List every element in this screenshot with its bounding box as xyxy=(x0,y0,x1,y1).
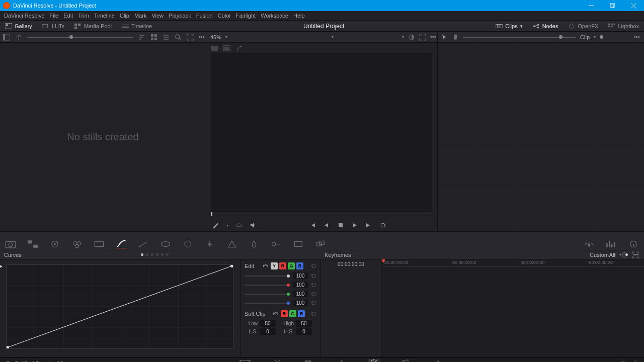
toggle-lightbox[interactable]: Lightbox xyxy=(603,21,644,31)
rgb-mixer-icon[interactable] xyxy=(71,240,83,248)
green-slider[interactable] xyxy=(245,294,290,295)
color-match-icon[interactable] xyxy=(27,240,38,248)
channel-r[interactable]: R xyxy=(279,262,286,269)
menu-file[interactable]: File xyxy=(50,13,59,19)
close-button[interactable] xyxy=(623,0,644,11)
magic-wand-icon[interactable] xyxy=(235,45,243,52)
lum-value[interactable]: 100 xyxy=(293,273,308,279)
sc-reset-icon[interactable] xyxy=(311,311,316,317)
play-reverse-icon[interactable] xyxy=(323,222,330,229)
settings-icon[interactable] xyxy=(632,360,639,362)
menu-clip[interactable]: Clip xyxy=(120,13,129,19)
motion-icon[interactable] xyxy=(94,240,105,248)
toggle-luts[interactable]: LUTs xyxy=(37,21,69,31)
viewer-canvas[interactable] xyxy=(211,53,432,212)
hand-icon[interactable] xyxy=(452,34,459,41)
channel-b[interactable]: B xyxy=(296,262,303,269)
3d-icon[interactable] xyxy=(315,240,326,248)
maximize-button[interactable] xyxy=(602,0,623,11)
sizing-icon[interactable] xyxy=(293,240,304,248)
menu-fusion[interactable]: Fusion xyxy=(196,13,213,19)
menu-color[interactable]: Color xyxy=(218,13,231,19)
fullscreen-icon[interactable] xyxy=(419,34,426,41)
menu-view[interactable]: View xyxy=(151,13,164,19)
reset-icon[interactable] xyxy=(311,291,316,297)
info-icon[interactable] xyxy=(628,240,639,248)
mute-icon[interactable] xyxy=(250,222,257,229)
page-cut[interactable] xyxy=(271,359,283,363)
toggle-openfx[interactable]: OpenFX xyxy=(563,21,603,31)
menu-help[interactable]: Help xyxy=(293,13,305,19)
red-value[interactable]: 100 xyxy=(293,282,308,288)
curves-editor[interactable] xyxy=(0,259,240,357)
stop-icon[interactable] xyxy=(337,222,344,229)
toggle-gallery[interactable]: Gallery xyxy=(0,21,37,31)
page-fusion[interactable] xyxy=(336,359,348,363)
node-zoom-slider[interactable] xyxy=(463,37,576,38)
menu-playback[interactable]: Playback xyxy=(169,13,191,19)
play-icon[interactable] xyxy=(351,222,358,229)
curves-page-dot[interactable] xyxy=(161,253,164,256)
wheels-icon[interactable] xyxy=(49,240,60,248)
viewer-mode2-icon[interactable] xyxy=(223,45,230,52)
blue-value[interactable]: 100 xyxy=(293,300,308,306)
grab-still-icon[interactable] xyxy=(15,34,22,41)
red-slider[interactable] xyxy=(245,285,290,286)
link-icon[interactable] xyxy=(272,310,279,317)
edit-reset-icon[interactable] xyxy=(311,263,316,269)
toggle-nodes[interactable]: Nodes xyxy=(528,21,564,31)
curves-page-dot[interactable] xyxy=(166,253,169,256)
magic-mask-icon[interactable] xyxy=(226,240,237,248)
first-frame-icon[interactable] xyxy=(309,222,316,229)
kf-timeline[interactable]: 00:00:00:00 00:00:00:00 00:00:00:00 00:0… xyxy=(381,259,644,357)
curves-page-dot[interactable] xyxy=(156,253,158,256)
menu-app[interactable]: DaVinci Resolve xyxy=(4,13,45,19)
image-wipe-icon[interactable] xyxy=(408,34,415,41)
page-media[interactable] xyxy=(239,359,251,363)
sort-icon[interactable] xyxy=(138,34,145,41)
kf-expand-icon[interactable] xyxy=(632,251,639,258)
list-icon[interactable] xyxy=(163,34,170,41)
curves-page-dot[interactable] xyxy=(151,253,153,256)
sc-channel-r[interactable]: R xyxy=(281,310,288,317)
menu-fairlight[interactable]: Fairlight xyxy=(236,13,256,19)
scopes-toggle-icon[interactable] xyxy=(584,240,595,248)
qualifier-icon[interactable] xyxy=(160,240,171,248)
search-icon[interactable] xyxy=(175,34,182,41)
split-screen-icon[interactable] xyxy=(235,222,243,229)
window-icon[interactable] xyxy=(182,240,193,248)
channel-g[interactable]: G xyxy=(288,262,295,269)
warper-icon[interactable] xyxy=(138,240,149,248)
key-icon[interactable] xyxy=(271,240,282,248)
blur-icon[interactable] xyxy=(249,240,260,248)
node-graph-panel[interactable] xyxy=(438,43,644,231)
page-fairlight[interactable] xyxy=(400,359,412,363)
viewer-zoom[interactable]: 46% xyxy=(210,34,221,40)
viewer-scrubber[interactable] xyxy=(211,214,432,219)
toggle-timeline[interactable]: Timeline xyxy=(117,21,157,31)
menu-mark[interactable]: Mark xyxy=(134,13,146,19)
toggle-clips[interactable]: Clips ▾ xyxy=(491,21,527,31)
curves-icon[interactable] xyxy=(116,240,127,248)
curves-page-dot[interactable] xyxy=(141,253,143,256)
curves-play-icon[interactable] xyxy=(0,264,3,268)
sc-high[interactable]: 50 xyxy=(296,320,312,327)
sc-hs[interactable]: 0 xyxy=(296,328,312,335)
pointer-icon[interactable] xyxy=(441,34,448,41)
camera-raw-icon[interactable] xyxy=(5,240,16,248)
viewer-mode1-icon[interactable] xyxy=(211,45,218,52)
blue-slider[interactable] xyxy=(245,303,290,304)
gallery-zoom-slider[interactable] xyxy=(27,37,133,38)
green-value[interactable]: 100 xyxy=(293,291,308,297)
tracking-icon[interactable] xyxy=(204,240,215,248)
sc-channel-b[interactable]: B xyxy=(298,310,305,317)
sc-ls[interactable]: 0 xyxy=(260,328,276,335)
menu-timeline[interactable]: Timeline xyxy=(94,13,115,19)
lum-slider[interactable] xyxy=(245,276,290,277)
waveform-icon[interactable] xyxy=(606,240,617,248)
sc-low[interactable]: 50 xyxy=(260,320,276,327)
grid-icon[interactable] xyxy=(150,34,157,41)
last-frame-icon[interactable] xyxy=(365,222,372,229)
loop-icon[interactable] xyxy=(379,222,386,229)
sc-channel-g[interactable]: G xyxy=(289,310,296,317)
